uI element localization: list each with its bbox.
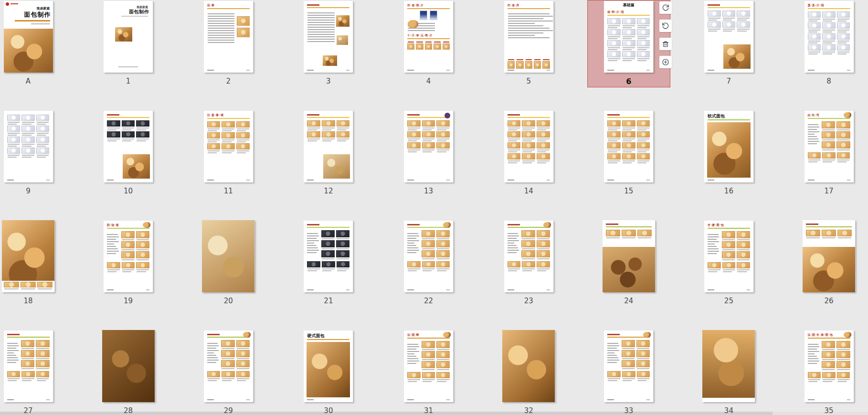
photo-item [136,231,149,240]
caption-line [21,368,34,369]
page-thumbnail-1[interactable]: 简易家庭面包制作 [104,1,153,73]
page-thumbnail-3[interactable] [304,1,353,73]
chapter-photo [307,342,350,397]
caption-line [522,151,531,152]
caption-line [237,130,246,131]
photo-item [521,230,535,239]
page-thumbnail-12[interactable] [304,111,353,182]
page-thumbnail-31[interactable]: 法·国·棒 [404,330,454,402]
caption-line [508,140,517,141]
page-thumbnail-30[interactable]: 硬式面包 [304,330,353,402]
page-thumbnail-19[interactable]: 奶·油·卷 [104,221,153,292]
page-thumbnail-17[interactable]: 白·吐·司 [804,111,854,182]
photo-item [321,240,335,249]
photo-cell [36,115,50,121]
text-line [307,12,335,13]
text-line [607,348,616,349]
page-thumbnail-32[interactable] [502,330,555,402]
page-thumbnail-11[interactable]: 注·意·事·项 [204,111,254,182]
caption-line [122,269,135,270]
ingredient-list [508,230,520,259]
photo-item [336,240,349,249]
page-thumbnail-22[interactable] [404,221,454,292]
caption-line [222,150,234,151]
page-thumbnail-29[interactable] [204,330,254,402]
photo-cell [436,120,450,127]
page-thumbnail-20[interactable] [202,220,255,292]
caption-line [822,139,835,140]
page-thumbnail-25[interactable]: 全·麦·面·包 [704,221,754,292]
page-thumbnail-24[interactable] [603,220,656,292]
page-title [7,334,20,335]
page-thumbnail-4[interactable]: 作·者·简·介十·大·单·元·简·介 [404,1,454,73]
caption-line [608,162,617,163]
page-thumbnail-27[interactable] [4,330,53,402]
caption-line [837,359,849,360]
photo-item [722,21,736,32]
caption-line [837,41,850,42]
caption-line [737,29,750,30]
photo-item [636,350,650,359]
caption-line [137,259,149,260]
page-art [304,111,353,182]
photo-cell [436,361,450,368]
photo-item [521,240,535,249]
caption-line [537,238,550,239]
text-line [607,362,616,363]
caption-line [608,58,620,59]
page-footer [7,399,14,400]
page-thumbnail-8[interactable]: 器·具·介·绍 [804,1,854,73]
page-thumbnail-13[interactable] [404,111,454,182]
photo-grid [4,114,53,159]
caption-line [322,248,334,249]
text-block [708,231,720,254]
caption-line [522,140,531,141]
photo-item [36,137,50,147]
page-thumbnail-A[interactable]: 简易家庭面包制作 [4,1,53,73]
full-page-photo [202,220,254,292]
page-thumbnail-10[interactable] [104,111,153,182]
page-thumbnail-9[interactable] [4,111,53,182]
page-thumbnail-15[interactable] [604,111,654,182]
page-thumbnail-6[interactable]: 基础篇材·料·介·绍 [604,1,654,73]
text-line [808,131,820,132]
caption-line [22,135,31,136]
page-thumbnail-16[interactable]: 软式面包 [704,111,754,182]
text-line [407,250,419,251]
caption-line [337,270,346,271]
page-thumbnail-35[interactable]: 法·国·长·条·面·包 [804,330,854,402]
photo-item [122,131,135,141]
photo-item [542,59,550,69]
page-thumbnail-14[interactable] [504,111,554,182]
photo-cell [622,153,635,160]
caption-line [608,128,620,128]
page-thumbnail-5[interactable]: 作·者·序 [504,1,554,73]
pdf-thumbnail-panel: 简易家庭面包制作A简易家庭面包制作1目·录23作·者·简·介十·大·单·元·简·… [0,0,868,415]
page-thumbnail-23[interactable] [504,221,554,292]
bread-basket-icon [443,332,451,338]
page-thumbnail-26[interactable] [803,220,856,292]
photo-item [436,131,450,141]
page-thumbnail-34[interactable] [702,330,755,402]
page-label: 16 [714,187,743,195]
rotate-clockwise-button[interactable] [659,1,672,14]
delete-page-button[interactable] [659,38,672,50]
insert-page-button[interactable] [659,56,672,68]
caption-line [623,378,635,379]
page-thumbnail-33[interactable] [604,330,654,402]
page-thumbnail-21[interactable] [304,221,353,292]
page-thumbnail-7[interactable] [704,1,754,73]
caption-line [408,128,420,128]
page-thumbnail-2[interactable]: 目·录 [204,1,254,73]
caption-line [422,248,434,249]
photo-item [837,44,850,54]
caption-line [837,21,847,21]
caption-line [623,129,632,130]
page-thumbnail-18[interactable] [2,220,55,292]
page-thumbnail-28[interactable] [102,330,155,402]
text-block [508,230,520,253]
caption-line [137,239,149,240]
accent-rule [407,8,450,9]
text-line [508,250,519,251]
rotate-counterclockwise-button[interactable] [659,20,672,32]
